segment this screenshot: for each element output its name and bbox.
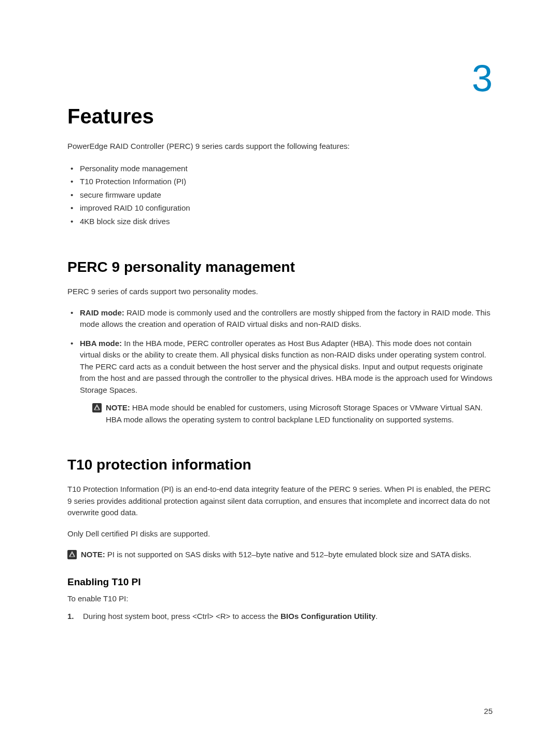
list-item: RAID mode: RAID mode is commonly used an…	[67, 307, 493, 330]
intro-paragraph: PowerEdge RAID Controller (PERC) 9 serie…	[67, 141, 493, 153]
note-label: NOTE:	[81, 550, 105, 559]
feature-list: Personality mode management T10 Protecti…	[67, 162, 493, 228]
list-item: T10 Protection Information (PI)	[67, 175, 493, 188]
list-item: secure firmware update	[67, 188, 493, 202]
list-item: 4KB block size disk drives	[67, 215, 493, 228]
mode-text: In the HBA mode, PERC controller operate…	[80, 339, 492, 394]
chapter-number: 3	[67, 57, 493, 100]
note-block: NOTE: HBA mode should be enabled for cus…	[80, 402, 493, 425]
note-text: NOTE: PI is not supported on SAS disks w…	[81, 549, 471, 561]
mode-text: RAID mode is commonly used and the contr…	[80, 308, 491, 329]
t10-para2: Only Dell certified PI disks are support…	[67, 528, 493, 540]
page-title: Features	[67, 105, 493, 128]
step-prefix: During host system boot, press <Ctrl> <R…	[83, 612, 281, 621]
section-heading-t10: T10 protection information	[67, 457, 493, 473]
note-body: HBA mode should be enabled for customers…	[106, 403, 483, 424]
subsection-intro: To enable T10 PI:	[67, 593, 493, 605]
list-item: improved RAID 10 configuration	[67, 201, 493, 215]
list-item: Personality mode management	[67, 162, 493, 175]
note-icon	[67, 550, 77, 559]
mode-label: RAID mode:	[80, 308, 124, 317]
note-body: PI is not supported on SAS disks with 51…	[105, 550, 472, 559]
note-label: NOTE:	[106, 403, 130, 412]
page-number: 25	[484, 707, 493, 715]
note-icon	[92, 403, 102, 412]
note-block: NOTE: PI is not supported on SAS disks w…	[67, 549, 493, 561]
step-bold: BIOs Configuration Utility	[281, 612, 375, 621]
section-heading-personality: PERC 9 personality management	[67, 259, 493, 275]
mode-label: HBA mode:	[80, 339, 122, 348]
t10-para1: T10 Protection Information (PI) is an en…	[67, 484, 493, 519]
step-suffix: .	[375, 612, 377, 621]
steps-list: During host system boot, press <Ctrl> <R…	[67, 611, 493, 623]
list-item: During host system boot, press <Ctrl> <R…	[67, 611, 493, 623]
modes-list: RAID mode: RAID mode is commonly used an…	[67, 307, 493, 426]
list-item: HBA mode: In the HBA mode, PERC controll…	[67, 338, 493, 426]
subsection-heading-enabling: Enabling T10 PI	[67, 576, 493, 588]
note-text: NOTE: HBA mode should be enabled for cus…	[106, 402, 493, 425]
section-intro: PERC 9 series of cards support two perso…	[67, 286, 493, 298]
